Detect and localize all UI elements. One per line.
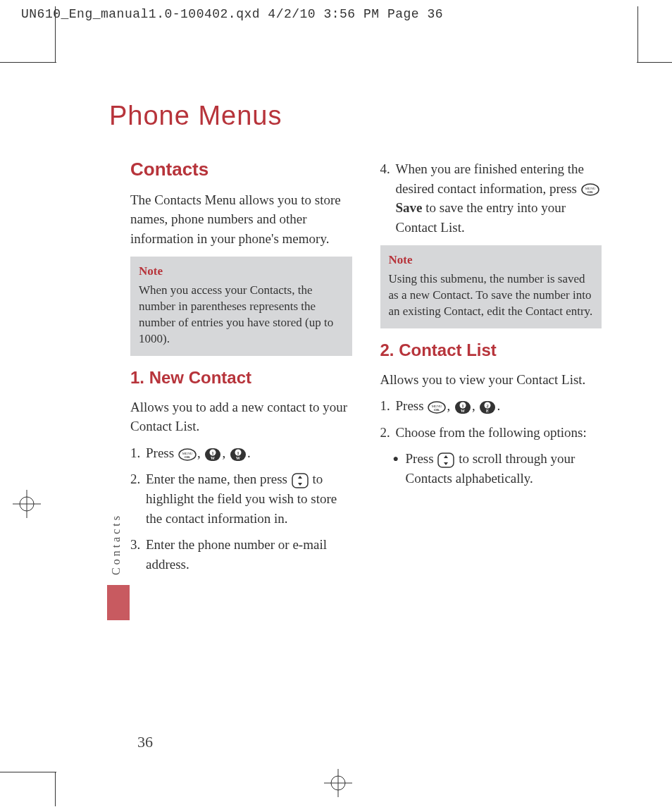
- one-key-icon: 1W: [230, 448, 247, 462]
- svg-text:1: 1: [461, 402, 464, 408]
- step-1b: 1. Press MENUOK, 1W, 2E.: [380, 396, 602, 416]
- svg-text:1: 1: [212, 450, 215, 455]
- step-text: Press: [396, 398, 428, 413]
- menu-ok-key-icon: MENUOK: [428, 401, 446, 414]
- two-key-icon: 2E: [479, 400, 496, 414]
- step-text: Enter the name, then press: [146, 472, 287, 486]
- note-body: When you access your Contacts, the numbe…: [139, 283, 333, 345]
- bullet-icon: ●: [393, 449, 406, 488]
- menu-ok-key-icon: MENUOK: [178, 448, 197, 461]
- save-label: Save: [396, 200, 423, 215]
- step-text: Choose from the following options:: [396, 423, 602, 443]
- subsection-contact-list: 2. Contact List: [380, 338, 602, 363]
- step-text: Enter the phone number or e-mail address…: [146, 535, 352, 574]
- two-column-layout: Contacts The Contacts Menu allows you to…: [130, 152, 602, 581]
- note-box: Note When you access your Contacts, the …: [130, 257, 352, 356]
- crop-mark: [0, 62, 56, 63]
- subsection-new-contact: 1. New Contact: [130, 366, 352, 390]
- right-column: 4. When you are finished entering the de…: [380, 152, 602, 581]
- section-title-contacts: Contacts: [130, 156, 352, 183]
- note-box: Note Using this submenu, the number is s…: [380, 245, 602, 328]
- step-number: 4.: [380, 159, 396, 237]
- step-number: 2.: [380, 423, 396, 443]
- step-number: 3.: [130, 535, 146, 574]
- note-label: Note: [139, 264, 344, 280]
- svg-text:OK: OK: [587, 190, 593, 194]
- step-4: 4. When you are finished entering the de…: [380, 159, 602, 237]
- menu-ok-key-icon: MENUOK: [581, 183, 599, 196]
- svg-text:OK: OK: [185, 455, 190, 459]
- svg-text:E: E: [486, 409, 489, 413]
- nav-key-icon: [437, 452, 454, 468]
- svg-text:W: W: [461, 409, 465, 413]
- note-label: Note: [389, 252, 594, 269]
- crop-mark: [637, 62, 672, 63]
- svg-text:1: 1: [237, 450, 239, 455]
- page-number: 36: [137, 733, 153, 751]
- step-1: 1. Press MENUOK, 1W, 1W.: [130, 443, 352, 463]
- svg-text:W: W: [211, 456, 215, 460]
- nav-key-icon: [292, 473, 309, 488]
- subsection-intro: Allows you to view your Contact List.: [380, 370, 602, 390]
- bullet-item: ● Press to scroll through your Contacts …: [393, 449, 602, 488]
- prepress-header: UN610_Eng_manual1.0-100402.qxd 4/2/10 3:…: [0, 0, 672, 28]
- page-body: Phone Menus Contacts The Contacts Menu a…: [56, 62, 637, 774]
- one-key-icon: 1W: [204, 448, 221, 462]
- step-number: 1.: [380, 396, 396, 416]
- svg-text:OK: OK: [434, 408, 440, 412]
- step-2b: 2. Choose from the following options:: [380, 423, 602, 443]
- step-number: 2.: [130, 469, 146, 528]
- step-2: 2. Enter the name, then press to highlig…: [130, 469, 352, 528]
- note-body: Using this submenu, the number is saved …: [389, 272, 593, 318]
- left-column: Contacts The Contacts Menu allows you to…: [130, 152, 352, 581]
- side-tab-color-block: [107, 585, 130, 620]
- side-tab-label: Contacts: [110, 513, 123, 575]
- step-number: 1.: [130, 443, 146, 463]
- bullet-text: Press: [406, 451, 437, 466]
- registration-mark-icon: [13, 490, 41, 521]
- svg-text:2: 2: [487, 402, 490, 408]
- intro-text: The Contacts Menu allows you to store na…: [130, 190, 352, 249]
- step-text: When you are finished entering the desir…: [396, 161, 584, 196]
- crop-mark: [0, 772, 56, 773]
- step-3: 3. Enter the phone number or e-mail addr…: [130, 535, 352, 574]
- svg-text:W: W: [236, 456, 240, 460]
- one-key-icon: 1W: [454, 400, 471, 414]
- step-text: Press: [146, 445, 178, 460]
- subsection-intro: Allows you to add a new contact to your …: [130, 398, 352, 436]
- chapter-title: Phone Menus: [109, 101, 602, 131]
